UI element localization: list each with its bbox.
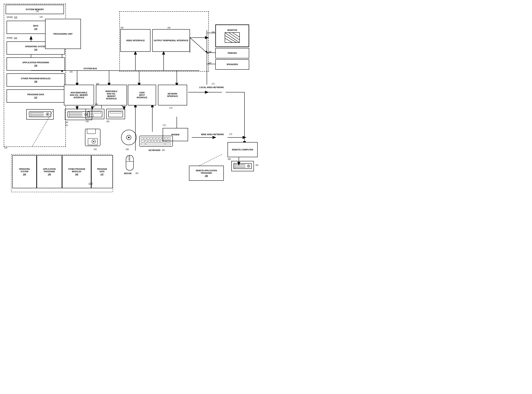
svg-rect-105 <box>166 140 170 142</box>
rom-label: (ROM) 131 <box>7 16 17 18</box>
svg-rect-73 <box>88 111 102 117</box>
svg-rect-90 <box>150 137 152 139</box>
ref-162: 162 <box>162 149 165 151</box>
bottom-os-box: OPERATINGSYSTEM 144 <box>12 155 37 188</box>
svg-rect-103 <box>160 140 162 142</box>
cd-icon <box>120 128 137 147</box>
other-modules-box: OTHER PROGRAM MODULES 136 <box>7 73 65 87</box>
wan-label: WIDE AREA NETWORK <box>198 133 228 135</box>
svg-rect-80 <box>88 138 97 145</box>
architecture-diagram: SYSTEM MEMORY (ROM) 131 BIOS 133 (RAM) 1… <box>0 0 266 197</box>
svg-rect-89 <box>147 137 149 139</box>
svg-line-65 <box>225 38 233 43</box>
hdd2-icon <box>26 109 54 119</box>
ref-197: 197 <box>208 62 212 64</box>
svg-line-61 <box>225 33 240 43</box>
removable-drive-icon <box>86 109 104 119</box>
system-bus-label: SYSTEM BUS <box>83 67 98 70</box>
svg-line-60 <box>199 154 222 166</box>
mouse-label: MOUSE <box>124 172 132 175</box>
floppy-icon <box>84 128 101 147</box>
svg-rect-95 <box>165 137 167 139</box>
svg-rect-107 <box>146 143 165 145</box>
system-memory-label: SYSTEM MEMORY <box>6 5 64 14</box>
svg-rect-96 <box>168 137 170 139</box>
svg-rect-74 <box>89 112 101 113</box>
ref-150: 150 <box>86 120 89 123</box>
svg-rect-92 <box>156 137 158 139</box>
svg-rect-100 <box>151 140 153 142</box>
removable-nonvol-box: REMOVABLENON-VOL.MEMORYINTERFACE <box>96 85 127 105</box>
svg-rect-111 <box>128 156 130 160</box>
svg-rect-75 <box>90 114 93 116</box>
processing-unit-box: PROCESSING UNIT <box>45 19 81 49</box>
output-dashed-region <box>119 11 209 72</box>
ref-170: 170 <box>169 107 172 109</box>
ram-label: (RAM) 132 <box>7 37 17 39</box>
svg-point-118 <box>248 166 249 166</box>
svg-rect-102 <box>157 140 159 142</box>
speakers-box: SPEAKERS <box>215 59 249 70</box>
ref-151: 151 <box>95 103 98 105</box>
mouse-icon <box>124 154 139 173</box>
ref-196: 196 <box>208 51 212 53</box>
svg-rect-87 <box>141 137 143 139</box>
svg-rect-98 <box>145 140 147 142</box>
printer-box: PRINTER <box>215 48 249 58</box>
svg-rect-99 <box>148 140 150 142</box>
svg-rect-108 <box>166 143 171 145</box>
ref-130: 130 <box>36 10 39 12</box>
ref-140: 140 <box>65 121 68 124</box>
ref-121: 121 <box>70 71 73 73</box>
non-removable-box: NON-REMOVABLENON-VOL. MEMORYINTERFACE <box>64 85 94 105</box>
lan-label: LOCAL AREA NETWORK <box>198 86 226 88</box>
ref-156: 156 <box>126 148 129 150</box>
program-data-box: PROGRAM DATA 137 <box>7 89 65 103</box>
svg-marker-47 <box>243 136 246 139</box>
svg-rect-76 <box>108 111 123 117</box>
svg-rect-79 <box>87 129 96 134</box>
svg-rect-91 <box>153 137 155 139</box>
keyboard-icon <box>139 135 173 149</box>
svg-line-63 <box>233 33 240 37</box>
remote-hd-icon <box>231 161 254 171</box>
svg-point-82 <box>93 141 94 142</box>
svg-point-85 <box>128 137 130 138</box>
ref-191: 191 <box>212 31 215 33</box>
ref-181: 181 <box>255 164 258 166</box>
ref-173: 173 <box>229 133 232 135</box>
removable-drive2-icon <box>106 109 125 119</box>
svg-rect-106 <box>141 143 145 145</box>
monitor-box: MONITOR <box>215 25 249 47</box>
ref-110: 110 <box>4 147 7 149</box>
svg-rect-101 <box>154 140 157 142</box>
user-input-box: USERINPUTINTERFACE <box>128 85 156 105</box>
ref-161: 161 <box>135 172 139 174</box>
bottom-data-box: PROGRAMDATA 147 <box>91 155 113 188</box>
svg-point-125 <box>47 114 48 115</box>
ref-171: 171 <box>212 83 215 85</box>
svg-rect-104 <box>163 140 166 142</box>
ref-120: 120 <box>40 16 43 18</box>
svg-rect-97 <box>141 140 144 142</box>
remote-app-box: REMOTE APPLICATIONPROGRAMS 185 <box>189 166 224 181</box>
bottom-app-box: APPLICATIONPROGRAMS 145 <box>37 155 62 188</box>
svg-marker-37 <box>205 91 209 94</box>
svg-marker-42 <box>213 136 216 139</box>
bottom-other-box: OTHER PROGRAMMODULES 146 <box>62 155 91 188</box>
ref-152: 152 <box>94 148 97 150</box>
svg-rect-94 <box>162 137 164 139</box>
ref-160: 160 <box>96 83 99 85</box>
ref-141: 141 <box>65 124 68 126</box>
ref-172: 172 <box>163 124 166 126</box>
keyboard-label: KEYBOARD <box>149 149 160 151</box>
ref-100: 100 <box>88 182 93 185</box>
ref-155: 155 <box>106 120 109 123</box>
svg-rect-93 <box>159 137 161 139</box>
ref-180: 180 <box>228 158 231 160</box>
remote-computer-box: REMOTE COMPUTER <box>228 142 258 157</box>
network-interface-box: NETWORKINTERFACE <box>158 85 187 105</box>
svg-rect-77 <box>110 112 121 113</box>
svg-rect-88 <box>144 137 146 139</box>
app-programs-box: APPLICATION PROGRAMS 135 <box>7 57 65 71</box>
